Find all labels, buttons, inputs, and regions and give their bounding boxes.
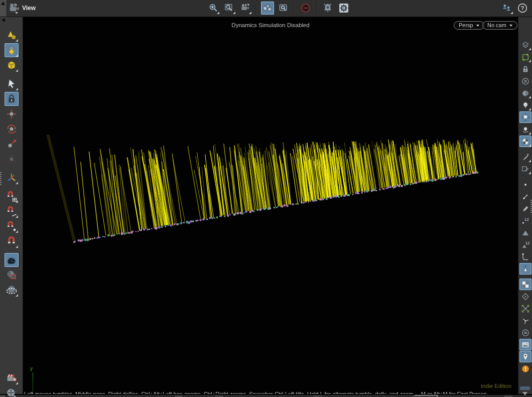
alarm-button[interactable] (321, 2, 334, 15)
circle-redbox-icon (6, 269, 18, 281)
stow-left-button[interactable] (0, 17, 23, 24)
headlight-button[interactable] (519, 99, 531, 111)
svg-text:12: 12 (524, 217, 528, 222)
view-camera-tool-icon (6, 254, 18, 266)
view-mask-button[interactable] (5, 268, 19, 282)
viewport-canvas[interactable] (23, 17, 518, 394)
viewport-help-text: Left mouse tumbles. Middle pans. Right d… (24, 375, 496, 394)
left-toolbar-group (5, 371, 19, 397)
chevron-down-icon (509, 25, 512, 27)
flyout-corner-icon (528, 108, 531, 110)
show-all-objects-button[interactable] (261, 2, 274, 15)
constraints-button[interactable] (519, 327, 531, 338)
transform-handles-button[interactable] (5, 58, 19, 72)
view-zoom-button[interactable] (207, 2, 220, 15)
left-arrow-icon (2, 18, 5, 22)
visibility-sphere-button[interactable] (5, 283, 19, 297)
background-image-button[interactable] (519, 163, 531, 175)
prim-triangle-icon (521, 228, 530, 237)
snap-point-button[interactable] (5, 219, 19, 233)
rotate-icon (6, 123, 18, 135)
show-pivot-button[interactable] (519, 291, 531, 302)
point-numbers-button[interactable]: 12 (519, 215, 531, 226)
help-button[interactable]: ? (516, 2, 529, 15)
lightbulb-move-icon (521, 113, 530, 122)
simulation-status: Dynamics Simulation Disabled (23, 22, 518, 28)
timeline-strip[interactable] (0, 394, 532, 397)
axis-y-label: y (30, 366, 33, 371)
point-trails-button[interactable] (519, 203, 531, 214)
svg-text:?: ? (520, 5, 524, 11)
material-preview-button[interactable] (519, 136, 531, 147)
uv-overlay-button[interactable] (519, 279, 531, 290)
lights-off-button[interactable] (519, 75, 531, 87)
show-handles-button[interactable] (5, 28, 19, 42)
prim-normals-button[interactable] (519, 227, 531, 238)
location-pin-icon (521, 352, 530, 361)
move-light-button[interactable] (519, 111, 531, 123)
down-arrow-icon[interactable] (522, 392, 527, 395)
view-tool-button[interactable] (5, 253, 19, 267)
right-toolbar-group: 1212 (519, 179, 531, 275)
left-pane-handle[interactable] (0, 172, 2, 185)
show-pins-button[interactable] (519, 351, 531, 362)
camera-menu-label: No cam (487, 22, 506, 29)
scale-tool-button[interactable] (5, 137, 19, 151)
frame-view-button[interactable] (239, 2, 252, 15)
edition-watermark: Indie Edition (481, 383, 511, 389)
left-toolbar-group (5, 253, 19, 297)
display-settings-button[interactable] (337, 2, 350, 15)
messages-button[interactable] (519, 363, 531, 374)
prim-numbers-button[interactable]: 12 (519, 239, 531, 250)
point-normals-button[interactable] (519, 191, 531, 202)
camera-menu[interactable]: No cam (482, 21, 517, 30)
display-options-button[interactable] (519, 151, 531, 163)
show-profiles-button[interactable] (519, 251, 531, 262)
show-wind-button[interactable] (519, 315, 531, 326)
flipbook-button[interactable] (5, 386, 19, 397)
viewport-top-toolbar: View ? (0, 0, 532, 17)
render-view-button[interactable] (5, 371, 19, 385)
view-camera-icon (8, 2, 20, 14)
diamond-outline-icon (521, 292, 530, 301)
rotate-light-button[interactable] (519, 123, 531, 135)
viewport[interactable]: Dynamics Simulation Disabled Persp No ca… (23, 17, 518, 394)
orientation-picker-button[interactable] (5, 171, 19, 185)
flyout-corner-icon (16, 182, 18, 184)
view-menu[interactable]: Persp (454, 21, 484, 30)
box-zoom-button[interactable] (223, 2, 236, 15)
prim-number-icon: 12 (521, 240, 530, 249)
flyout-corner-icon (528, 96, 531, 98)
zoom-select-region-button[interactable] (277, 2, 290, 15)
group-overlay-button[interactable] (519, 303, 531, 314)
secure-selection-button[interactable] (5, 92, 19, 106)
lock-icon (6, 93, 18, 105)
lock-view-button[interactable] (519, 63, 531, 75)
select-tool-button[interactable] (5, 77, 19, 91)
snap-toggle-button[interactable] (5, 234, 19, 248)
stow-up-button[interactable] (0, 0, 7, 17)
translate-tool-button[interactable] (5, 107, 19, 121)
point-normal-icon (521, 192, 530, 201)
flyout-corner-icon (16, 215, 18, 218)
right-toolbar-group (519, 279, 531, 374)
toolbar-separator (294, 3, 295, 13)
show-normals-button[interactable] (519, 263, 531, 275)
visibility-layers-button[interactable] (519, 39, 531, 51)
stop-indicator-button[interactable] (299, 2, 312, 15)
show-points-button[interactable] (519, 179, 531, 190)
image-overlay-button[interactable] (519, 339, 531, 350)
objects-stack-icon (262, 3, 273, 14)
snap-curve-button[interactable] (5, 204, 19, 218)
right-toolbar-scroll-thumb[interactable] (520, 386, 530, 390)
left-toolbar-group (5, 28, 19, 72)
handles-tool-button[interactable] (5, 43, 19, 57)
profile-curve-icon (521, 252, 530, 261)
snap-grid-button[interactable] (5, 189, 19, 203)
auto-update-button[interactable] (519, 51, 531, 63)
shading-mode-button[interactable] (519, 87, 531, 99)
desktop-layout-button[interactable] (500, 2, 513, 15)
group-x-icon (521, 304, 530, 313)
rotate-tool-button[interactable] (5, 122, 19, 136)
pane-title: View (22, 5, 36, 12)
